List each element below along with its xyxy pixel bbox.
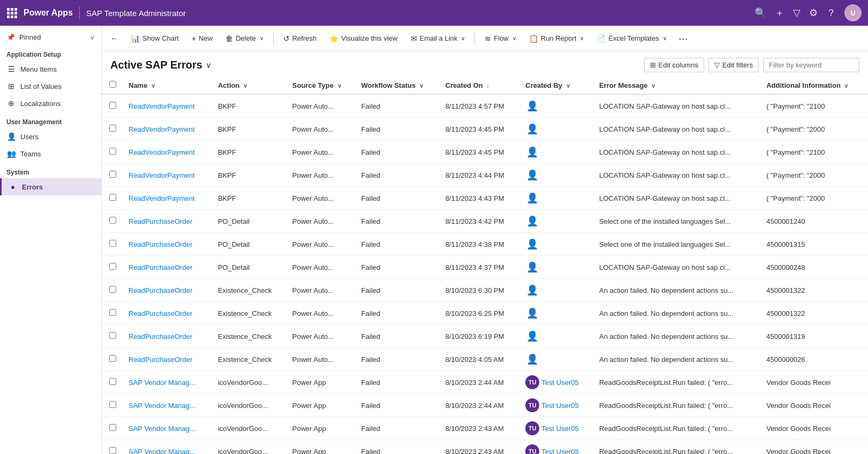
row-name-link[interactable]: ReadPurchaseOrder — [129, 286, 192, 294]
table-wrapper: Name ∨ Action ∨ Source Type ∨ Workflow — [102, 77, 868, 454]
edit-filters-button[interactable]: ▽ Edit filters — [708, 58, 759, 72]
row-workflow-status: Failed — [356, 394, 440, 417]
created-by-sort-icon: ∨ — [566, 82, 570, 89]
search-icon[interactable]: 🔍 — [754, 7, 766, 19]
cmd-sep-1 — [273, 32, 274, 45]
row-checkbox[interactable] — [109, 286, 116, 293]
row-error-message: LOCATION SAP-Gateway on host sap.cl... — [594, 94, 761, 118]
row-checkbox[interactable] — [109, 378, 116, 385]
col-action[interactable]: Action ∨ — [213, 77, 287, 94]
row-checkbox[interactable] — [109, 171, 116, 178]
sidebar-item-menu-items[interactable]: ☰ Menu Items — [0, 60, 101, 78]
row-error-message: An action failed. No dependent actions s… — [594, 325, 761, 348]
user-name-link[interactable]: Test User05 — [541, 448, 578, 455]
row-checkbox[interactable] — [109, 194, 116, 201]
flow-button[interactable]: ≋ Flow ∨ — [479, 32, 521, 45]
row-error-message: LOCATION SAP-Gateway on host sap.cl... — [594, 118, 761, 141]
table-row: ReadPurchaseOrderExistence_CheckPower Au… — [102, 348, 868, 371]
row-checkbox[interactable] — [109, 102, 116, 109]
row-checkbox[interactable] — [109, 263, 116, 270]
sidebar-item-teams[interactable]: 👥 Teams — [0, 145, 101, 162]
row-checkbox[interactable] — [109, 240, 116, 247]
col-name[interactable]: Name ∨ — [123, 77, 213, 94]
run-report-button[interactable]: 📋 Run Report ∨ — [524, 32, 589, 45]
excel-templates-button[interactable]: 📄 Excel Templates ∨ — [591, 32, 671, 45]
email-link-button[interactable]: ✉ Email a Link ∨ — [405, 32, 471, 45]
settings-icon[interactable]: ⚙ — [809, 7, 818, 19]
delete-button[interactable]: 🗑 Delete ∨ — [220, 32, 269, 45]
table-row: ReadVendorPaymentBKPFPower Auto...Failed… — [102, 187, 868, 210]
new-button[interactable]: + New — [186, 32, 218, 45]
row-checkbox[interactable] — [109, 309, 116, 316]
row-checkbox[interactable] — [109, 355, 116, 362]
col-error-message[interactable]: Error Message ∨ — [594, 77, 761, 94]
user-avatar[interactable]: U — [844, 4, 862, 21]
flow-caret: ∨ — [512, 35, 516, 41]
visualize-button[interactable]: ⭐ Visualize this view — [324, 32, 403, 45]
app-launcher-icon[interactable] — [6, 7, 17, 18]
col-additional-info[interactable]: Additional Information ∨ — [761, 77, 868, 94]
sidebar-item-localizations[interactable]: ⊕ Localizations — [0, 95, 101, 112]
row-name-link[interactable]: SAP Vendor Manag... — [129, 379, 195, 387]
row-source-type: Power App — [287, 394, 356, 417]
row-checkbox[interactable] — [109, 148, 116, 155]
row-checkbox[interactable] — [109, 401, 116, 408]
sidebar-item-errors[interactable]: ● Errors — [0, 178, 101, 195]
row-created-on: 8/11/2023 4:38 PM — [440, 233, 520, 256]
row-checkbox[interactable] — [109, 332, 116, 339]
view-title: Active SAP Errors ∨ — [110, 59, 211, 71]
row-checkbox[interactable] — [109, 447, 116, 454]
row-created-on: 8/10/2023 4:05 AM — [440, 348, 520, 371]
refresh-button[interactable]: ↺ Refresh — [278, 32, 322, 45]
row-name-link[interactable]: ReadPurchaseOrder — [129, 263, 192, 271]
plus-icon[interactable]: ＋ — [775, 6, 784, 19]
row-name-link[interactable]: ReadPurchaseOrder — [129, 240, 192, 248]
row-source-type: Power Auto... — [287, 210, 356, 233]
show-chart-button[interactable]: 📊 Show Chart — [125, 32, 184, 45]
row-name-link[interactable]: SAP Vendor Manag... — [129, 402, 195, 410]
nav-separator — [79, 6, 80, 19]
row-name-link[interactable]: ReadVendorPayment — [129, 171, 195, 179]
row-created-by: TUTest User05 — [520, 371, 594, 394]
user-name-link[interactable]: Test User05 — [541, 402, 578, 410]
section-title-user-mgmt: User Management — [0, 112, 101, 128]
row-name-link[interactable]: ReadPurchaseOrder — [129, 332, 192, 340]
row-error-message: An action failed. No dependent actions s… — [594, 348, 761, 371]
row-workflow-status: Failed — [356, 325, 440, 348]
row-name-link[interactable]: ReadVendorPayment — [129, 125, 195, 133]
filter-icon[interactable]: ▽ — [793, 7, 801, 19]
row-name-link[interactable]: ReadPurchaseOrder — [129, 355, 192, 364]
more-options-button[interactable]: ⋯ — [674, 31, 692, 47]
select-all-checkbox[interactable] — [109, 81, 116, 88]
col-created-on[interactable]: Created On ↓ — [440, 77, 520, 94]
row-name-link[interactable]: ReadVendorPayment — [129, 102, 195, 110]
row-name-link[interactable]: SAP Vendor Manag... — [129, 425, 195, 433]
row-name-link[interactable]: ReadVendorPayment — [129, 148, 195, 156]
edit-columns-button[interactable]: ⊞ Edit columns — [644, 58, 704, 72]
col-source-type[interactable]: Source Type ∨ — [287, 77, 356, 94]
user-name-link[interactable]: Test User05 — [541, 425, 578, 433]
view-title-caret[interactable]: ∨ — [206, 61, 211, 70]
row-workflow-status: Failed — [356, 256, 440, 279]
sidebar-item-users[interactable]: 👤 Users — [0, 128, 101, 145]
row-workflow-status: Failed — [356, 164, 440, 187]
row-checkbox[interactable] — [109, 217, 116, 224]
sidebar-item-list-of-values[interactable]: ⊞ List of Values — [0, 78, 101, 95]
row-source-type: Power Auto... — [287, 164, 356, 187]
row-checkbox[interactable] — [109, 125, 116, 132]
row-name-link[interactable]: ReadPurchaseOrder — [129, 217, 192, 225]
row-name-link[interactable]: ReadVendorPayment — [129, 194, 195, 202]
user-name-link[interactable]: Test User05 — [541, 379, 578, 387]
col-workflow-status[interactable]: Workflow Status ∨ — [356, 77, 440, 94]
help-icon[interactable]: ？ — [826, 6, 836, 19]
row-name-link[interactable]: SAP Vendor Manag... — [129, 448, 195, 455]
back-button[interactable]: ← — [106, 32, 123, 46]
filter-keyword-input[interactable] — [763, 58, 859, 72]
refresh-icon: ↺ — [283, 34, 290, 43]
row-error-message: Select one of the installed languages Se… — [594, 233, 761, 256]
col-created-by[interactable]: Created By ∨ — [520, 77, 594, 94]
row-source-type: Power Auto... — [287, 94, 356, 118]
sidebar-pinned-row[interactable]: 📌 Pinned ∨ — [0, 30, 101, 44]
row-checkbox[interactable] — [109, 424, 116, 431]
row-name-link[interactable]: ReadPurchaseOrder — [129, 309, 192, 317]
